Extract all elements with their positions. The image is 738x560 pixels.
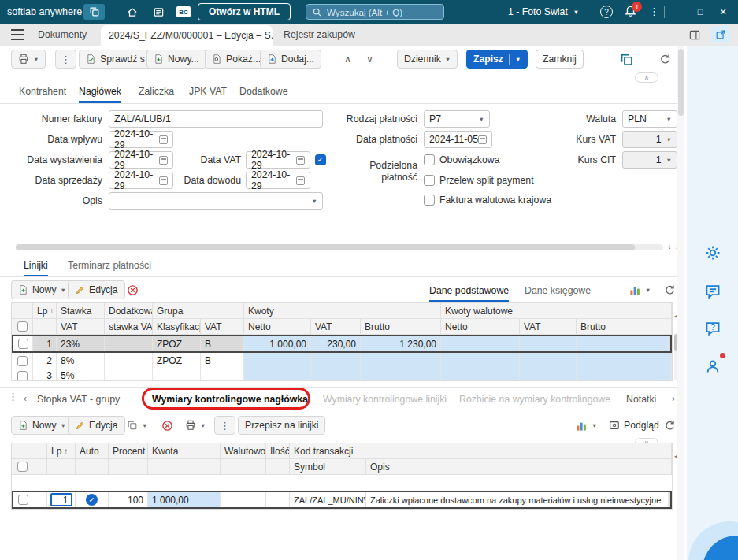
dims-new-button[interactable]: Nowy ▼ xyxy=(11,416,73,435)
panel-right-icon[interactable] xyxy=(688,29,701,41)
duplicate-window-button[interactable] xyxy=(613,50,640,69)
tab-dokumenty[interactable]: Dokumenty xyxy=(38,24,87,46)
show-button[interactable]: Pokaż... xyxy=(205,50,268,69)
cell-lp[interactable]: 1 xyxy=(47,492,76,507)
col-opis[interactable]: Opis xyxy=(366,459,672,475)
data-wplywu-input[interactable]: 2024-10-29 xyxy=(109,131,173,148)
data-wystawienia-input[interactable]: 2024-10-29 xyxy=(109,151,173,169)
open-external-icon[interactable] xyxy=(711,26,730,43)
notifications-icon[interactable]: 1 xyxy=(624,5,638,19)
data-dowodu-input[interactable]: 2024-10-29 xyxy=(246,172,310,189)
home-icon[interactable] xyxy=(124,6,140,18)
data-vat-input[interactable]: 2024-10-29 xyxy=(246,151,310,169)
col-brutto-walutowe[interactable]: Brutto xyxy=(577,319,672,335)
tabs-scroll-left-icon[interactable]: ‹ xyxy=(24,393,27,404)
scrollbar-thumb[interactable] xyxy=(678,49,684,116)
col-dodatkowa-stawka[interactable]: stawka VAT xyxy=(105,319,153,335)
przelew-split-checkbox[interactable] xyxy=(424,175,435,186)
calendar-icon[interactable] xyxy=(159,176,168,185)
col-ilosc[interactable]: Ilość xyxy=(266,443,290,459)
col-netto-walutowe[interactable]: Netto xyxy=(441,319,520,335)
col-grupa-vat[interactable]: VAT xyxy=(201,319,244,335)
open-in-html-button[interactable]: Otwórz w HTML xyxy=(198,3,291,20)
more-menu-icon[interactable]: ⋮ xyxy=(649,0,659,24)
tab-naglowek-active[interactable]: Nagłówek xyxy=(79,82,121,103)
dims-row-selected[interactable]: 1 ✓ 100 1 000,00 ZAL/ZAL_MU/NINW Zaliczk… xyxy=(12,491,672,509)
waluta-select[interactable]: PLN▼ xyxy=(622,110,677,128)
opis-select[interactable]: ▼ xyxy=(109,192,323,210)
view-dane-ksiegowe[interactable]: Dane księgowe xyxy=(525,281,591,300)
col-procent[interactable]: Procent xyxy=(109,443,148,459)
feedback-chat-icon[interactable] xyxy=(699,277,727,306)
dims-print-button[interactable]: ▼ xyxy=(178,416,213,435)
data-vat-checkbox[interactable]: ✓ xyxy=(315,154,326,165)
lines-edit-button[interactable]: Edycja xyxy=(68,280,125,299)
data-sprzedazy-input[interactable]: 2024-10-29 xyxy=(109,172,173,189)
table-row-selected[interactable]: 1 23% ZPOZ B 1 000,00 230,00 1 230,00 xyxy=(12,335,672,353)
tab-notatki[interactable]: Notatki xyxy=(626,390,656,409)
assistant-icon[interactable] xyxy=(699,239,727,267)
row-checkbox[interactable] xyxy=(12,369,33,381)
tab-dodatkowe[interactable]: Dodatkowe xyxy=(239,82,288,101)
bc-icon[interactable]: BC xyxy=(176,6,191,17)
tab-terminarz[interactable]: Terminarz płatności xyxy=(68,256,151,275)
add-button[interactable]: Dodaj... xyxy=(260,50,321,69)
col-vat-walutowe[interactable]: VAT xyxy=(520,319,577,335)
maximize-button[interactable]: □ xyxy=(690,0,710,24)
rodzaj-platnosci-select[interactable]: P7▼ xyxy=(424,110,490,128)
dims-more-button[interactable]: ⋮ xyxy=(214,416,235,435)
tab-wymiary-naglowka-active[interactable]: Wymiary kontrolingowe nagłówka xyxy=(152,390,308,409)
col-vat[interactable]: VAT xyxy=(311,319,361,335)
toolbar-more-button[interactable]: ⋮ xyxy=(55,50,76,69)
col-lp[interactable]: Lp↑ xyxy=(33,303,57,319)
col-stawka[interactable]: Stawka xyxy=(57,303,105,319)
calendar-icon[interactable] xyxy=(159,156,168,165)
tab-stopka-vat[interactable]: Stopka VAT - grupy xyxy=(37,390,120,409)
obowiazkowa-checkbox[interactable] xyxy=(424,154,435,165)
faktura-walutowa-checkbox[interactable] xyxy=(424,195,435,206)
calendar-icon[interactable] xyxy=(296,176,305,185)
tab-linijki-active[interactable]: Linijki xyxy=(24,256,48,277)
row-checkbox[interactable] xyxy=(13,492,47,507)
next-record-button[interactable]: ∨ xyxy=(359,50,380,69)
dims-delete-button[interactable] xyxy=(154,416,180,435)
numer-faktury-input[interactable]: ZAL/A/LUB/1 xyxy=(109,110,323,128)
close-button[interactable]: ✕ xyxy=(713,0,733,24)
przepisz-na-linijki-button[interactable]: Przepisz na linijki xyxy=(238,416,325,435)
menu-icon[interactable] xyxy=(11,29,24,40)
calendar-icon[interactable] xyxy=(159,135,168,144)
contacts-icon[interactable] xyxy=(699,352,727,380)
col-auto[interactable]: Auto xyxy=(76,443,109,459)
tab-wymiary-linijki[interactable]: Wymiary kontrolingowe linijki xyxy=(323,390,447,409)
drag-handle-icon[interactable]: ⋮ xyxy=(8,391,18,402)
refresh-button[interactable] xyxy=(652,50,678,69)
col-stawka-vat[interactable]: VAT xyxy=(57,319,105,335)
workspace-switcher-icon[interactable] xyxy=(83,4,105,20)
col-dodatkowa[interactable]: Dodatkowa xyxy=(105,303,153,319)
lp-input[interactable]: 1 xyxy=(50,493,72,506)
tab-rejestr-zakupow[interactable]: Rejestr zakupów xyxy=(284,24,355,46)
news-icon[interactable] xyxy=(150,6,166,18)
select-all-checkbox[interactable] xyxy=(12,459,47,475)
minimize-button[interactable]: – xyxy=(668,0,688,24)
scrollbar-thumb[interactable] xyxy=(16,244,635,250)
col-brutto[interactable]: Brutto xyxy=(361,319,441,335)
scroll-left-icon[interactable]: ‹ xyxy=(668,242,671,251)
tab-kontrahent[interactable]: Kontrahent xyxy=(19,82,66,101)
main-vertical-scrollbar[interactable] xyxy=(677,46,684,560)
row-checkbox[interactable] xyxy=(13,336,33,351)
col-walutowo[interactable]: Walutowo xyxy=(221,443,266,459)
lines-delete-button[interactable] xyxy=(120,280,146,299)
col-klasyfikacji[interactable]: Klasyfikacji xyxy=(153,319,201,335)
prev-record-button[interactable]: ∧ xyxy=(337,50,358,69)
data-platnosci-input[interactable]: 2024-11-05 xyxy=(424,131,492,148)
dims-edit-button[interactable]: Edycja xyxy=(68,416,125,435)
tab-zaliczka[interactable]: Zaliczka xyxy=(139,82,174,101)
collapse-header-button[interactable]: ∧ xyxy=(635,72,658,83)
col-netto[interactable]: Netto xyxy=(244,319,311,335)
calendar-icon[interactable] xyxy=(478,135,487,144)
tab-jpk-vat[interactable]: JPK VAT xyxy=(189,82,227,101)
close-document-button[interactable]: Zamknij xyxy=(536,50,584,69)
horizontal-scrollbar[interactable] xyxy=(16,244,663,250)
save-button[interactable]: Zapisz ▼ xyxy=(466,50,528,69)
